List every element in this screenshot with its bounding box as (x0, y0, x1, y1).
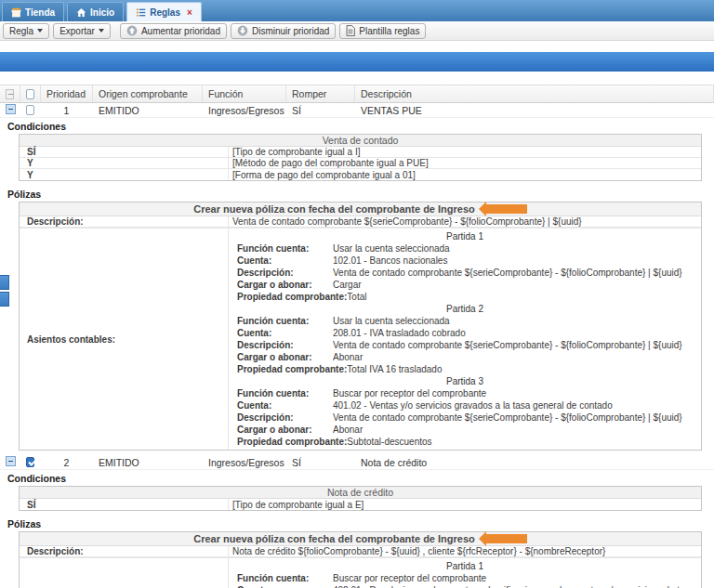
tab-tienda-label: Tienda (25, 7, 55, 18)
header-gutter (0, 85, 20, 102)
poliza-descripcion-row: Descripción: Nota de crédito ${folioComp… (20, 546, 701, 557)
condicion-expr: [Método de pago del comprobante igual a … (229, 158, 701, 168)
edge-handle-icon[interactable] (0, 292, 9, 307)
rule-row-1[interactable]: 1 EMITIDO Ingresos/Egresos SÍ VENTAS PUE (0, 103, 714, 118)
rules-grid-header: Prioridad Origen comprobante Función Rom… (0, 85, 714, 103)
arrow-up-circle-icon (126, 25, 138, 36)
rule-1-detail: Condiciones Venta de contado SÍ [Tipo de… (0, 118, 714, 451)
condiciones-table: Venta de contado SÍ [Tipo de comprobante… (19, 134, 702, 181)
propiedad-value: Total IVA 16 trasladado (347, 363, 701, 375)
row-checkbox[interactable] (26, 457, 34, 467)
partida-field: Descripción:Venta de contado comprobante… (229, 267, 701, 279)
partida-field: Cargar o abonar:Abonar (229, 424, 701, 436)
plantilla-reglas-button[interactable]: Plantilla reglas (339, 23, 426, 39)
tab-tienda[interactable]: Tienda (2, 2, 64, 21)
edge-handle-icon[interactable] (0, 275, 9, 290)
tab-inicio[interactable]: Inicio (67, 2, 124, 21)
rule-row-2[interactable]: 2 EMITIDO Ingresos/Egresos SÍ Nota de cr… (0, 455, 714, 470)
column-header-romper[interactable]: Romper (286, 85, 355, 102)
partida-title: Partida 2 (229, 303, 701, 315)
asientos-content: Partida 1 Función cuenta:Usar la cuenta … (229, 229, 701, 450)
condicion-op: Y (20, 169, 229, 180)
condicion-row: SÍ [Tipo de comprobante igual a E] (20, 499, 701, 510)
partida-field: Propiedad comprobante:Subtotal-descuento… (229, 436, 701, 448)
tab-bar: Tienda Inicio Reglas × (0, 0, 714, 21)
cargar-abonar-label: Cargar o abonar: (229, 279, 333, 291)
cell-funcion: Ingresos/Egresos (203, 457, 286, 468)
condiciones-label: Condiciones (0, 470, 714, 486)
row-checkbox[interactable] (26, 105, 34, 115)
header-check-cell (20, 85, 41, 102)
partida-title: Partida 1 (229, 560, 701, 572)
descripcion-value: Venta de contado comprobante ${serieComp… (333, 339, 701, 351)
funcion-cuenta-value: Usar la cuenta seleccionada (333, 242, 701, 255)
partida-field: Función cuenta:Usar la cuenta selecciona… (229, 315, 701, 327)
asientos-label: Asientos contables: (20, 229, 229, 450)
condicion-expr: [Tipo de comprobante igual a E] (229, 499, 701, 510)
propiedad-value: Total (347, 291, 701, 303)
collapse-all-icon[interactable] (6, 89, 14, 99)
poliza-table: Crear nueva póliza con fecha del comprob… (19, 531, 702, 588)
spacer (0, 41, 714, 52)
cargar-abonar-value: Cargar (333, 279, 701, 291)
aumentar-prioridad-button[interactable]: Aumentar prioridad (120, 23, 227, 39)
document-template-icon (346, 25, 355, 36)
row-gutter (0, 104, 20, 116)
partida-field: Cuenta:208.01 - IVA trasladado cobrado (229, 327, 701, 339)
partida-field: Función cuenta:Buscar por receptor del c… (229, 387, 701, 399)
column-header-funcion[interactable]: Función (203, 85, 286, 102)
asientos-label: Asientos contables: (20, 558, 229, 588)
funcion-cuenta-label: Función cuenta: (229, 387, 333, 399)
tab-inicio-label: Inicio (90, 7, 114, 18)
collapse-row-icon[interactable] (6, 456, 16, 466)
chevron-down-icon (99, 29, 104, 33)
funcion-cuenta-value: Buscar por receptor del comprobante (333, 387, 701, 399)
cargar-abonar-value: Abonar (333, 424, 701, 436)
partida-field: Descripción:Venta de contado comprobante… (229, 412, 701, 424)
asientos-row: Asientos contables: Partida 1 Función cu… (20, 557, 701, 588)
cuenta-value: 401.02 - Ventas y/o servicios gravados a… (333, 399, 701, 412)
cargar-abonar-value: Abonar (333, 351, 701, 363)
row-check-cell (20, 105, 41, 115)
cuenta-label: Cuenta: (229, 327, 333, 339)
column-header-descripcion[interactable]: Descripción (355, 85, 714, 102)
cell-descripcion: VENTAS PUE (355, 105, 714, 116)
column-header-origen[interactable]: Origen comprobante (93, 85, 203, 102)
close-tab-icon[interactable]: × (187, 7, 192, 18)
column-header-prioridad[interactable]: Prioridad (41, 85, 93, 102)
orange-arrow-annotation (486, 204, 527, 214)
funcion-cuenta-value: Usar la cuenta seleccionada (333, 315, 701, 327)
condiciones-title: Venta de contado (20, 135, 701, 147)
left-edge-panel-handle[interactable] (0, 275, 9, 307)
cuenta-value: 208.01 - IVA trasladado cobrado (333, 327, 701, 339)
partida-field: Cargar o abonar:Abonar (229, 351, 701, 363)
poliza-descripcion-value: Venta de contado comprobante ${serieComp… (229, 216, 701, 227)
condicion-expr: [Tipo de comprobante igual a I] (229, 147, 701, 157)
select-all-checkbox[interactable] (26, 89, 34, 99)
tab-reglas[interactable]: Reglas × (126, 2, 202, 21)
condiciones-label: Condiciones (0, 118, 714, 134)
condicion-op: SÍ (20, 499, 229, 510)
disminuir-prioridad-button[interactable]: Disminuir prioridad (231, 23, 336, 39)
poliza-descripcion-value: Nota de crédito ${folioComprobante} - ${… (229, 546, 701, 556)
cuenta-label: Cuenta: (229, 255, 333, 267)
descripcion-label: Descripción: (229, 412, 333, 424)
condicion-op: Y (20, 158, 229, 168)
cell-prioridad: 1 (41, 105, 93, 116)
cell-origen: EMITIDO (93, 457, 203, 468)
cell-funcion: Ingresos/Egresos (203, 105, 286, 116)
funcion-cuenta-value: Buscar por receptor del comprobante (333, 572, 701, 584)
collapse-row-icon[interactable] (6, 104, 16, 114)
exportar-menu-button[interactable]: Exportar (53, 23, 111, 39)
partida-field: Función cuenta:Usar la cuenta selecciona… (229, 242, 701, 255)
condicion-row: SÍ [Tipo de comprobante igual a I] (20, 147, 701, 158)
regla-menu-button[interactable]: Regla (3, 23, 49, 39)
cell-prioridad: 2 (41, 457, 93, 468)
tab-reglas-label: Reglas (150, 7, 180, 18)
cargar-abonar-label: Cargar o abonar: (229, 351, 333, 363)
descripcion-value: Venta de contado comprobante ${serieComp… (333, 267, 701, 279)
descripcion-label: Descripción: (20, 546, 229, 556)
descripcion-label: Descripción: (229, 267, 333, 279)
propiedad-label: Propiedad comprobante: (229, 291, 347, 303)
partida-field: Cuenta:402.01 - Devoluciones, descuentos… (229, 584, 701, 588)
